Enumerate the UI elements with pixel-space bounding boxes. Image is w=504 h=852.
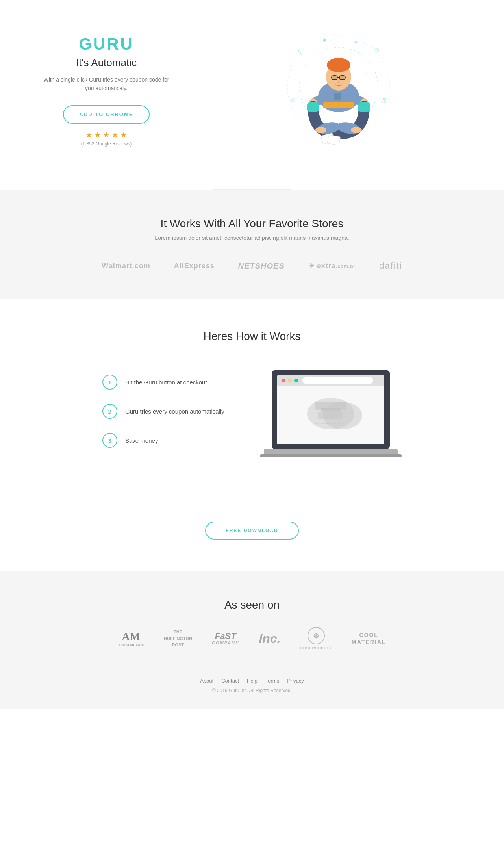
footer-help-link[interactable]: Help (247, 678, 258, 684)
svg-rect-18 (323, 102, 354, 108)
footer-terms-link[interactable]: Terms (265, 678, 279, 684)
svg-point-28 (337, 81, 340, 83)
step-2: 2 Guru tries every coupon automatically (102, 404, 228, 419)
step-number-2: 2 (102, 404, 117, 419)
svg-point-37 (288, 379, 292, 382)
svg-rect-26 (332, 76, 337, 79)
svg-rect-19 (334, 93, 341, 100)
svg-rect-39 (302, 377, 373, 384)
how-section: Heres How it Works 1 Hit the Guru button… (0, 299, 504, 506)
as-seen-title: As seen on (39, 599, 465, 611)
star-2: ★ (94, 130, 101, 139)
step-1: 1 Hit the Guru button at checkout (102, 375, 228, 390)
star-4: ★ (111, 130, 119, 139)
add-to-chrome-button[interactable]: ADD TO CHROME (63, 105, 150, 124)
hero-description: With a single click Guru tries every cou… (39, 75, 173, 93)
star-half: ★ (120, 130, 127, 139)
svg-point-46 (323, 402, 362, 429)
hero-left: GURU It's Automatic With a single click … (39, 35, 189, 147)
svg-rect-14 (307, 102, 319, 112)
svg-text:✉: ✉ (374, 46, 380, 54)
star-1: ★ (85, 130, 93, 139)
footer-privacy-link[interactable]: Privacy (287, 678, 304, 684)
as-seen-section: As seen on AM AskMen.com THEHUFFINGTONPO… (0, 571, 504, 666)
huffpost-logo: THEHUFFINGTONPOST (164, 629, 192, 648)
step-number-1: 1 (102, 375, 117, 390)
fastcompany-logo: FaST COMPANY (212, 632, 239, 645)
hero-subtitle: It's Automatic (39, 57, 173, 69)
highsnobiety-logo: ⊛ HIGHSNOBIETY (300, 627, 332, 650)
dafiti-logo: dafiti (379, 261, 402, 271)
step-text-2: Guru tries every coupon automatically (125, 408, 224, 415)
svg-point-36 (282, 379, 285, 382)
coolmaterial-logo: COOLMATERIAL (352, 631, 386, 646)
netshoes-logo: NETSHOES (238, 262, 285, 271)
reviews-count: (1,852 Google Reviews) (39, 141, 173, 147)
hero-section: GURU It's Automatic With a single click … (0, 0, 504, 189)
svg-rect-15 (358, 102, 370, 112)
brand-name: GURU (39, 35, 173, 54)
star-3: ★ (103, 130, 110, 139)
free-download-button[interactable]: FREE DOWNLOAD (205, 522, 298, 540)
svg-text:✉: ✉ (291, 97, 296, 104)
hero-illustration-area: $ ✉ ✉ $ ◆ ◆ ● (189, 24, 465, 158)
svg-rect-27 (340, 76, 345, 79)
stores-title: It Works With All Your Favorite Stores (39, 217, 465, 230)
aliexpress-logo: AliExpress (174, 262, 215, 270)
footer-about-link[interactable]: About (200, 678, 213, 684)
stores-description: Lorem ipsum dolor sit amet, consectetur … (39, 235, 465, 241)
step-number-3: 3 (102, 433, 117, 448)
step-text-3: Save money (125, 437, 158, 444)
inc-logo: Inc. (259, 631, 280, 646)
svg-rect-17 (327, 135, 340, 145)
extra-logo: ✈ extra.com.br (308, 262, 356, 270)
askmen-logo: AM AskMen.com (118, 630, 144, 647)
walmart-logo: Walmart.com (102, 262, 150, 270)
svg-text:$: $ (382, 96, 387, 104)
as-seen-logos: AM AskMen.com THEHUFFINGTONPOST FaST COM… (39, 627, 465, 650)
svg-text:●: ● (366, 72, 368, 76)
how-content: 1 Hit the Guru button at checkout 2 Guru… (39, 362, 465, 474)
svg-text:◆: ◆ (323, 37, 327, 43)
hero-illustration: $ ✉ ✉ $ ◆ ◆ ● (260, 24, 394, 158)
footer-contact-link[interactable]: Contact (221, 678, 239, 684)
laptop-illustration (260, 362, 402, 474)
svg-point-32 (351, 127, 362, 133)
how-steps: 1 Hit the Guru button at checkout 2 Guru… (102, 375, 228, 462)
stores-logos-row: Walmart.com AliExpress NETSHOES ✈ extra.… (39, 261, 465, 271)
svg-point-38 (294, 379, 298, 382)
svg-point-31 (315, 127, 326, 133)
svg-point-22 (330, 58, 347, 68)
step-3: 3 Save money (102, 433, 228, 448)
step-text-1: Hit the Guru button at checkout (125, 379, 207, 386)
svg-rect-48 (260, 454, 402, 457)
footer-links: About Contact Help Terms Privacy (0, 678, 504, 684)
svg-text:◆: ◆ (354, 40, 358, 44)
footer-copyright: © 2015 Guru inc. All Rights Reserved. (0, 688, 504, 693)
free-download-section: FREE DOWNLOAD (0, 506, 504, 571)
stores-section: It Works With All Your Favorite Stores L… (0, 190, 504, 299)
laptop-svg (260, 362, 402, 473)
stars-rating: ★ ★ ★ ★ ★ (39, 130, 173, 139)
footer: About Contact Help Terms Privacy © 2015 … (0, 666, 504, 709)
how-title: Heres How it Works (39, 330, 465, 343)
